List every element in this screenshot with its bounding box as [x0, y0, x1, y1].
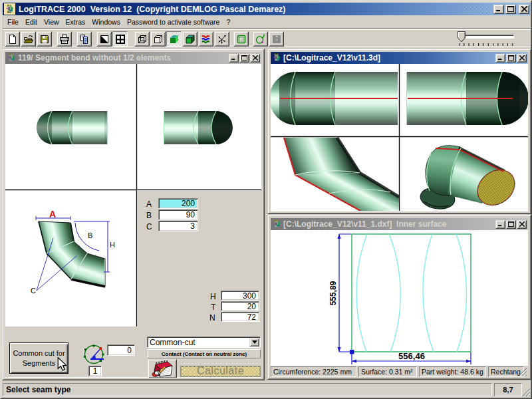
segment-bend-canvas: A B H C A B C 200 90 3 H T N 300 20 72 C…	[5, 64, 261, 378]
window-3d-views[interactable]: [C:\Logitrace_V12\v11.3d]	[267, 49, 531, 214]
circumference-status: Circumference: 2225 mm	[271, 366, 356, 377]
menu-password[interactable]: Password to activate software	[124, 17, 223, 27]
window-resize-grip[interactable]	[521, 388, 531, 397]
count-input[interactable]: 1	[88, 366, 102, 376]
window-3d-views-title: [C:\Logitrace_V12\v11.3d]	[283, 53, 493, 63]
application-window: LogiTRACE 2000 Version 12 (Copyright DEM…	[0, 0, 532, 399]
solid-cube-button[interactable]	[182, 31, 198, 47]
app-title: LogiTRACE 2000 Version 12 (Copyright DEM…	[19, 5, 286, 14]
field-label-t: T	[211, 303, 215, 312]
shaded-cube-button[interactable]	[166, 31, 182, 47]
app-logo-icon	[4, 3, 15, 15]
dropdown-arrow-icon[interactable]	[249, 338, 259, 346]
input-c[interactable]: 3	[158, 221, 198, 231]
new-file-button[interactable]	[5, 31, 20, 47]
angle-circle-widget[interactable]	[82, 343, 107, 366]
status-message: Select seam type	[3, 383, 492, 396]
child-close-button[interactable]	[250, 54, 260, 63]
window-logo-icon	[272, 219, 281, 229]
window-inner-surface[interactable]: [C:\Logitrace_V12\v11_1.dxf] Inner surfa…	[267, 215, 531, 380]
child-maximize-button[interactable]	[239, 54, 249, 63]
contact-button[interactable]: Contact (Contact on neutral zone)	[148, 349, 261, 358]
weight-status: Part weight: 48.6 kg	[419, 366, 486, 377]
window-logo-icon	[272, 53, 281, 63]
height-dimension: 555,89	[329, 281, 338, 305]
app-titlebar[interactable]: LogiTRACE 2000 Version 12 (Copyright DEM…	[3, 3, 531, 15]
field-label-a: A	[146, 200, 152, 209]
copy-button[interactable]	[76, 31, 92, 47]
field-label-h: H	[210, 292, 216, 301]
input-n[interactable]: 72	[221, 312, 259, 322]
seam-type-dropdown[interactable]: Common-cut	[147, 336, 261, 348]
input-t[interactable]: 20	[221, 301, 259, 311]
pipe-3d-views	[271, 64, 528, 211]
diagram-label-c: C	[31, 287, 36, 295]
hiddenline-cube-button[interactable]	[150, 31, 166, 47]
save-button[interactable]	[37, 31, 52, 47]
notepad-icon	[150, 360, 174, 378]
status-coordinates: 8,7	[494, 383, 522, 396]
views-canvas	[271, 64, 528, 211]
bw-view-button[interactable]	[96, 31, 112, 47]
window-inner-surface-title: [C:\Logitrace_V12\v11_1.dxf] Inner surfa…	[283, 219, 493, 229]
zoom-slider-ticks	[459, 43, 514, 46]
segments-button-line2: Segments	[23, 358, 56, 368]
surface-status: Surface: 0.31 m²	[358, 366, 417, 377]
surface-status-bar: Circumference: 2225 mm Surface: 0.31 m² …	[271, 366, 528, 377]
child-maximize-button[interactable]	[506, 54, 516, 63]
toolbar	[3, 28, 531, 47]
maximize-button[interactable]	[505, 5, 516, 14]
angle-input[interactable]: 0	[107, 344, 135, 356]
material-waves-button[interactable]	[198, 31, 213, 47]
diagram-label-h: H	[110, 241, 115, 249]
flat-pattern-drawing: 555,89 556,46	[271, 230, 528, 365]
zoom-slider-track[interactable]	[458, 35, 514, 39]
menu-bar: File Edit View Extras Windows Password t…	[3, 16, 531, 28]
four-pane-view-button[interactable]	[112, 31, 128, 47]
input-a[interactable]: 200	[158, 198, 198, 209]
zoom-slider-thumb[interactable]	[458, 31, 466, 43]
close-button[interactable]	[519, 5, 529, 14]
menu-extras[interactable]: Extras	[63, 17, 89, 27]
minimize-button[interactable]	[493, 5, 504, 14]
window-3d-views-titlebar[interactable]: [C:\Logitrace_V12\v11.3d]	[271, 52, 528, 64]
window-segment-bend-titlebar[interactable]: 119/ Segment bend without 1/2 elements	[5, 52, 261, 64]
width-dimension: 556,46	[398, 351, 425, 361]
calculate-button[interactable]: Calculate	[180, 366, 261, 377]
window-segment-bend[interactable]: 119/ Segment bend without 1/2 elements	[2, 49, 265, 380]
child-minimize-button[interactable]	[495, 220, 505, 229]
wireframe-cube-button[interactable]	[134, 31, 150, 47]
notes-button[interactable]	[148, 359, 177, 378]
status-bar: Select seam type 8,7	[3, 382, 531, 398]
seam-type-value: Common-cut	[148, 338, 249, 347]
menu-view[interactable]: View	[41, 17, 63, 27]
field-label-c: C	[146, 222, 152, 231]
child-close-button[interactable]	[517, 54, 527, 63]
background-tool-button[interactable]	[269, 31, 284, 47]
menu-edit[interactable]: Edit	[22, 17, 41, 27]
open-file-button[interactable]	[21, 31, 36, 47]
diagram-label-b: B	[88, 231, 92, 239]
child-close-button[interactable]	[517, 220, 527, 229]
window-inner-surface-titlebar[interactable]: [C:\Logitrace_V12\v11_1.dxf] Inner surfa…	[271, 218, 528, 230]
mouse-cursor	[57, 357, 66, 371]
menu-file[interactable]: File	[4, 17, 22, 27]
menu-windows[interactable]: Windows	[88, 17, 124, 27]
explode-arrows-button[interactable]	[214, 31, 229, 47]
field-label-b: B	[146, 211, 152, 220]
selection-marquee-button[interactable]	[233, 31, 249, 47]
child-minimize-button[interactable]	[495, 54, 505, 63]
inner-surface-canvas: 555,89 556,46 Circumference: 2225 mm Sur…	[271, 230, 528, 377]
circle-tool-button[interactable]	[253, 31, 268, 47]
print-button[interactable]	[57, 31, 72, 47]
resize-grip-icon[interactable]	[517, 366, 527, 376]
window-logo-icon	[7, 53, 16, 63]
menu-help[interactable]: ?	[223, 17, 233, 27]
input-h[interactable]: 300	[221, 291, 259, 301]
input-b[interactable]: 90	[158, 209, 198, 220]
window-segment-bend-title: 119/ Segment bend without 1/2 elements	[18, 53, 227, 63]
child-maximize-button[interactable]	[506, 220, 516, 229]
diagram-label-a: A	[49, 209, 56, 219]
child-minimize-button[interactable]	[229, 54, 239, 63]
field-label-n: N	[209, 313, 215, 323]
